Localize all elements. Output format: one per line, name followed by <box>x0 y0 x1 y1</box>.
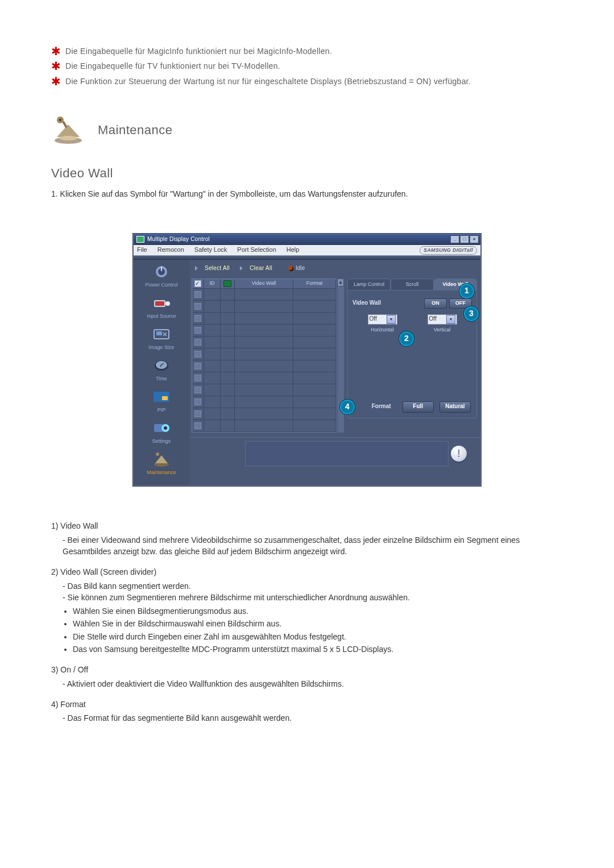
row-video-wall <box>235 372 293 384</box>
sidebar-item-maintenance[interactable]: Maintenance <box>134 451 189 476</box>
table-row[interactable] <box>192 360 336 372</box>
sidebar-item-label: Image Size <box>134 344 189 351</box>
row-checkbox[interactable] <box>192 420 204 431</box>
row-status <box>221 301 235 312</box>
row-status <box>221 384 235 396</box>
sidebar-item-label: Power Control <box>134 281 189 289</box>
sidebar-item-time[interactable]: Time <box>134 357 189 383</box>
row-id <box>204 420 221 431</box>
row-checkbox[interactable] <box>192 360 204 372</box>
row-id <box>204 325 221 336</box>
row-format <box>293 372 336 384</box>
th-video-wall[interactable]: Video Wall <box>235 279 293 288</box>
row-video-wall <box>235 337 293 348</box>
idle-dot-icon <box>288 266 293 271</box>
row-format <box>293 313 336 324</box>
sidebar-item-power-control[interactable]: Power Control <box>134 263 189 289</box>
row-id <box>204 408 221 420</box>
table-row[interactable] <box>192 313 336 325</box>
minimize-button[interactable]: _ <box>450 235 459 243</box>
table-row[interactable] <box>192 337 336 348</box>
close-button[interactable]: × <box>470 235 479 243</box>
row-video-wall <box>235 360 293 372</box>
table-row[interactable] <box>192 408 336 420</box>
horizontal-select[interactable]: Off ▾ <box>368 314 397 325</box>
row-id <box>204 372 221 384</box>
clear-all-button[interactable]: Clear All <box>250 264 272 273</box>
th-checkbox[interactable] <box>192 279 204 288</box>
definition-list: 1) Video Wall- Bei einer Videowand sind … <box>51 520 563 724</box>
menu-file[interactable]: File <box>137 246 147 255</box>
row-status <box>221 313 235 324</box>
table-row[interactable] <box>192 420 336 432</box>
row-id <box>204 313 221 324</box>
menu-safety-lock[interactable]: Safety Lock <box>194 246 227 255</box>
table-row[interactable] <box>192 325 336 337</box>
sidebar-item-label: PIP <box>134 406 189 414</box>
sidebar-item-label: Settings <box>134 438 189 445</box>
horizontal-label: Horizontal <box>371 326 394 334</box>
sidebar-item-settings[interactable]: Settings <box>134 420 189 445</box>
table-row[interactable] <box>192 372 336 384</box>
app-figure: Multiple Display Control _ □ × File Remo… <box>51 234 563 486</box>
row-checkbox[interactable] <box>192 313 204 324</box>
row-checkbox[interactable] <box>192 384 204 396</box>
sidebar-item-pip[interactable]: PIP <box>134 388 189 414</box>
row-checkbox[interactable] <box>192 372 204 384</box>
menu-help[interactable]: Help <box>287 246 300 255</box>
sidebar-item-image-size[interactable]: Image Size <box>134 326 189 351</box>
row-status <box>221 348 235 360</box>
row-checkbox[interactable] <box>192 408 204 420</box>
pip-icon <box>151 388 172 405</box>
th-id[interactable]: ID <box>204 279 221 288</box>
row-checkbox[interactable] <box>192 301 204 312</box>
row-checkbox[interactable] <box>192 325 204 336</box>
svg-rect-8 <box>155 301 164 306</box>
svg-point-9 <box>165 301 170 306</box>
row-format <box>293 301 336 312</box>
note-text: Die Eingabequelle für MagicInfo funktion… <box>65 45 332 57</box>
samsung-logo: SAMSUNG DIGITall <box>420 246 477 255</box>
natural-button[interactable]: Natural <box>439 401 471 413</box>
table-row[interactable] <box>192 384 336 396</box>
star-icon: ✱ <box>51 76 61 87</box>
row-format <box>293 384 336 396</box>
row-checkbox[interactable] <box>192 289 204 300</box>
table-row[interactable] <box>192 289 336 301</box>
row-checkbox[interactable] <box>192 396 204 408</box>
subheading: Video Wall <box>51 164 563 182</box>
note-text: Die Funktion zur Steuerung der Wartung i… <box>65 76 471 87</box>
row-status <box>221 325 235 336</box>
tab-lamp-control[interactable]: Lamp Control <box>347 279 391 290</box>
sidebar-item-label: Input Source <box>134 313 189 320</box>
app-icon <box>136 236 144 243</box>
image-size-icon <box>151 326 172 343</box>
chevron-down-icon: ▾ <box>387 315 396 324</box>
menu-remocon[interactable]: Remocon <box>157 246 184 255</box>
vertical-select[interactable]: Off ▾ <box>428 314 457 325</box>
table-row[interactable] <box>192 348 336 360</box>
select-all-button[interactable]: Select All <box>205 264 230 273</box>
full-button[interactable]: Full <box>403 401 434 413</box>
row-checkbox[interactable] <box>192 348 204 360</box>
sidebar: Power Control Input Source Image Size <box>134 260 189 485</box>
row-checkbox[interactable] <box>192 337 204 348</box>
row-status <box>221 289 235 300</box>
row-format <box>293 337 336 348</box>
callout-4: 4 <box>340 400 355 414</box>
maximize-button[interactable]: □ <box>460 235 469 243</box>
menu-port-selection[interactable]: Port Selection <box>237 246 276 255</box>
row-video-wall <box>235 313 293 324</box>
row-status <box>221 360 235 372</box>
row-id <box>204 384 221 396</box>
on-button[interactable]: ON <box>424 298 447 309</box>
table-row[interactable] <box>192 301 336 313</box>
th-format[interactable]: Format <box>293 279 336 288</box>
tab-scroll[interactable]: Scroll <box>391 279 434 290</box>
svg-point-18 <box>164 426 167 430</box>
scroll-up-icon[interactable]: ▲ <box>337 279 344 286</box>
row-format <box>293 348 336 360</box>
sidebar-item-input-source[interactable]: Input Source <box>134 294 189 320</box>
definition-line: - Aktiviert oder deaktiviert die Video W… <box>63 678 563 690</box>
table-row[interactable] <box>192 396 336 408</box>
